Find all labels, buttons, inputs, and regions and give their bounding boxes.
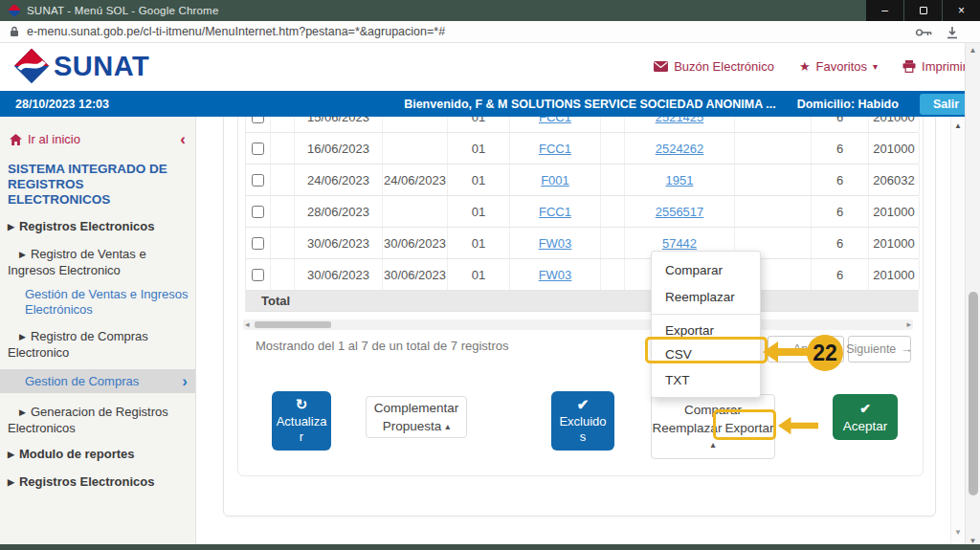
aceptar-label: Aceptar [843,419,888,433]
numero-link[interactable]: 1951 [666,173,694,187]
screen: SUNAT - Menú SOL - Google Chrome – × e-m… [0,0,980,550]
row-checkbox[interactable] [252,237,264,250]
sidebar-item-registros-electronicos-2[interactable]: ▶Registros Electronicos [0,474,195,491]
maximize-icon [920,7,927,14]
csv-highlight-box [645,337,768,363]
numero-link[interactable]: 2556517 [656,205,704,219]
next-page-button[interactable]: Siguiente → [848,336,911,363]
cell-tipo: 01 [448,228,510,258]
actualizar-label: Actualizar [276,414,327,445]
session-datetime: 28/10/2023 12:03 [15,98,109,111]
serie-link[interactable]: FCC1 [539,205,571,219]
bullet-icon: ▶ [19,407,26,417]
numero-link[interactable]: 2521425 [656,117,704,124]
check-icon: ✔ [859,401,871,416]
row-checkbox[interactable] [252,206,264,218]
table-horizontal-scrollbar[interactable]: ◂ ▸ [243,319,913,330]
step-number-badge: 22 [807,335,843,371]
menu-item-comparar[interactable]: Comparar [652,256,760,283]
sidebar-home-link[interactable]: Ir al inicio ‹ [0,117,195,146]
imprimir-link[interactable]: Imprimir [902,59,967,74]
lock-icon [10,26,19,37]
cell-tipo: 01 [448,133,510,164]
collapse-sidebar-icon[interactable]: ‹ [180,134,186,145]
numero-link[interactable]: 2524262 [656,142,704,156]
scrollbar-thumb[interactable] [969,292,978,495]
scroll-up-icon[interactable]: ▲ [966,46,980,55]
serie-link[interactable]: FCC1 [539,142,571,156]
sidebar-item-generacion-registros[interactable]: ▶Generacion de Registros Electronicos [0,405,195,435]
complementar-propuesta-button[interactable]: Complementar Propuesta▴ [366,396,467,438]
bullet-icon: ▶ [19,250,26,259]
scroll-up-icon[interactable]: ▲ [951,121,965,130]
sidebar-item-registros-electronicos[interactable]: ▶Registros Electronicos [0,219,195,235]
password-key-icon[interactable] [915,28,932,37]
serie-link[interactable]: F001 [541,173,569,187]
scroll-down-icon[interactable]: ▼ [951,528,965,537]
menu-item-reemplazar[interactable]: Reemplazar [652,283,760,310]
minimize-icon: – [881,4,888,17]
sidebar-item-registro-compras[interactable]: ▶Registro de Compras Electronico [0,329,195,360]
menu-item-txt[interactable]: TXT [652,367,760,392]
cell-fecha-emision: 15/06/2023 [295,117,383,132]
table-row: 30/06/2023 30/06/2023 01 FW03 6 201000 [246,259,919,291]
serie-link[interactable]: FW03 [539,236,572,251]
row-checkbox[interactable] [252,117,264,123]
excluidos-label: Excluidos [557,414,609,445]
cell-col7: 201000 [869,117,920,132]
printer-icon [902,60,916,73]
cell-fecha-venc [383,133,448,164]
minimize-button[interactable]: – [866,0,903,21]
sidebar-item-registro-ventas[interactable]: ▶Registro de Ventas e Ingresos Electroni… [0,247,195,277]
sidebar-item-gestion-ventas[interactable]: Gestión de Ventas e Ingresos Electrónico… [0,287,195,318]
favoritos-menu[interactable]: ★ Favoritos ▾ [799,59,878,74]
bullet-icon: ▶ [19,332,26,341]
frame-scrollbar[interactable]: ▲ ▼ [950,117,965,544]
numero-link[interactable]: 57442 [662,236,697,251]
sidebar-item-label: Modulo de reportes [19,447,135,461]
scroll-left-icon[interactable]: ◂ [245,319,250,330]
sidebar-item-label: Gestion de Compras [25,374,139,388]
serie-link[interactable]: FCC1 [539,117,571,124]
caret-down-icon: ▾ [873,62,878,72]
url-text: e-menu.sunat.gob.pe/cl-ti-itmenu/MenuInt… [27,25,445,38]
content-card: 15/06/2023 01 FCC1 2521425 6 201000 16/0… [223,117,936,517]
table-panel: 15/06/2023 01 FCC1 2521425 6 201000 16/0… [237,117,924,476]
serie-link[interactable]: FW03 [539,268,572,282]
bullet-icon: ▶ [8,477,14,487]
sidebar-item-modulo-reportes[interactable]: ▶Modulo de reportes [0,447,195,463]
site-header: SUNAT Buzón Electrónico ★ Favoritos ▾ Im… [0,43,980,91]
main-content: 15/06/2023 01 FCC1 2521425 6 201000 16/0… [196,117,950,544]
exportar-highlight-box [713,409,776,440]
address-bar[interactable]: e-menu.sunat.gob.pe/cl-ti-itmenu/MenuInt… [0,21,980,43]
buzon-electronico-link[interactable]: Buzón Electrónico [654,59,774,74]
table-row: 15/06/2023 01 FCC1 2521425 6 201000 [246,117,919,133]
actualizar-button[interactable]: ↻ Actualizar [272,391,331,451]
row-checkbox[interactable] [252,269,264,281]
cell-fecha-emision: 28/06/2023 [295,196,383,227]
aceptar-button[interactable]: ✔ Aceptar [833,394,898,440]
row-checkbox[interactable] [252,174,264,187]
table-row: 30/06/2023 30/06/2023 01 FW03 57442 6 20… [246,228,919,259]
cell-col7: 201000 [869,228,920,258]
scroll-right-icon[interactable]: ▸ [906,319,911,330]
hscroll-thumb[interactable] [255,321,331,328]
cell-tipo: 01 [448,196,510,227]
sidebar-item-label: Registro de Compras Electronico [8,329,148,360]
caret-up-icon: ▴ [710,440,715,450]
bullet-icon: ▶ [8,450,14,459]
close-icon: × [958,4,965,17]
sidebar-item-gestion-compras-active[interactable]: Gestion de Compras › [0,369,195,393]
excluidos-button[interactable]: ✔ Excluidos [551,391,614,451]
browser-scrollbar[interactable]: ▲ ▼ [965,43,980,550]
download-icon[interactable] [946,26,959,39]
maximize-button[interactable] [904,0,942,21]
cell-fecha-venc: 30/06/2023 [383,259,448,290]
close-button[interactable]: × [943,0,980,21]
cell-fecha-emision: 24/06/2023 [295,165,383,195]
tab-favicon [8,4,21,17]
row-checkbox[interactable] [252,143,264,155]
window-title: SUNAT - Menú SOL - Google Chrome [27,5,218,16]
sunat-logo[interactable]: SUNAT [13,48,149,84]
imprimir-label: Imprimir [922,59,967,74]
